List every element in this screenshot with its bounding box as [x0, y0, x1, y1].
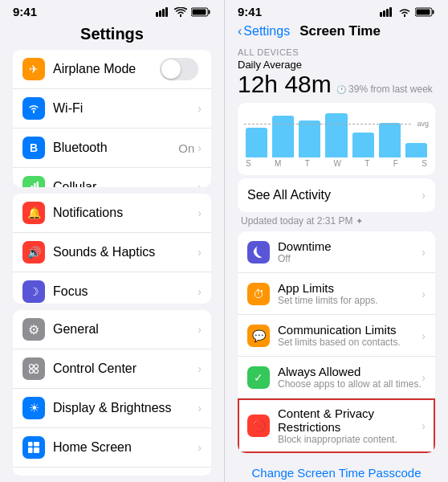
svg-rect-25 — [417, 9, 430, 14]
settings-item-accessibility[interactable]: ♿ Accessibility › — [13, 468, 211, 476]
wifi-settings-icon — [22, 97, 45, 120]
screen-time-item-downtime[interactable]: ⏾ Downtime Off › — [238, 231, 435, 273]
wifi-chevron: › — [198, 102, 202, 115]
bluetooth-icon: B — [22, 137, 45, 159]
svg-point-14 — [35, 370, 39, 374]
home-screen-label: Home Screen — [53, 440, 198, 455]
svg-rect-18 — [34, 447, 39, 453]
left-status-icons — [156, 7, 211, 17]
communication-limits-text: Communication Limits Set limits based on… — [278, 323, 422, 348]
control-center-chevron: › — [198, 362, 202, 375]
r-signal-icon — [380, 7, 394, 17]
right-status-icons — [380, 7, 435, 17]
r-battery-icon — [415, 7, 435, 17]
see-all-row[interactable]: See All Activity › — [238, 178, 435, 212]
screen-time-item-always-allowed[interactable]: ✓ Always Allowed Choose apps to allow at… — [238, 357, 435, 398]
chart-bar — [405, 143, 427, 157]
wifi-label: Wi-Fi — [53, 101, 198, 116]
settings-item-general[interactable]: ⚙ General › — [13, 310, 211, 349]
svg-rect-5 — [209, 10, 210, 14]
all-devices-label: ALL DEVICES — [238, 47, 435, 57]
display-label: Display & Brightness — [53, 401, 198, 415]
left-panel: 9:41 Settings ✈ — [0, 0, 224, 482]
cellular-small-icon — [28, 182, 39, 187]
content-privacy-title: Content & Privacy Restrictions — [278, 406, 422, 434]
cellular-icon — [22, 176, 45, 187]
settings-item-display[interactable]: ☀ Display & Brightness › — [13, 389, 211, 428]
content-privacy-icon: 🚫 — [247, 415, 270, 437]
svg-rect-20 — [383, 10, 385, 17]
svg-rect-22 — [389, 7, 392, 17]
svg-rect-19 — [380, 12, 382, 17]
chart-bar — [272, 116, 294, 157]
spinner-icon: ✦ — [356, 216, 363, 227]
settings-item-home-screen[interactable]: Home Screen › — [13, 428, 211, 468]
right-nav: ‹ Settings Screen Time — [225, 22, 448, 44]
avg-line — [244, 124, 411, 125]
communication-limits-title: Communication Limits — [278, 323, 422, 337]
pct-change: 🕐 39% from last week — [336, 84, 433, 95]
screen-time-item-content-privacy[interactable]: 🚫 Content & Privacy Restrictions Block i… — [238, 398, 435, 453]
app-limits-icon: ⏱ — [247, 283, 270, 305]
general-label: General — [53, 322, 198, 337]
chart-bar — [379, 123, 401, 157]
settings-item-bluetooth[interactable]: B Bluetooth On › — [13, 129, 211, 168]
chart-bar — [325, 113, 347, 157]
screen-time-options-group: ⏾ Downtime Off › ⏱ App Limits Set time l… — [238, 231, 435, 453]
control-center-label: Control Center — [53, 362, 198, 376]
settings-item-airplane-mode[interactable]: ✈ Airplane Mode — [13, 50, 211, 89]
airplane-label: Airplane Mode — [53, 62, 160, 76]
right-content: ALL DEVICES Daily Average 12h 48m 🕐 39% … — [225, 44, 448, 482]
change-passcode-link[interactable]: Change Screen Time Passcode — [238, 460, 435, 482]
back-chevron-icon: ‹ — [238, 24, 242, 39]
avg-label: avg — [417, 120, 429, 128]
settings-item-notifications[interactable]: 🔔 Notifications › — [13, 194, 211, 233]
screen-time-item-app-limits[interactable]: ⏱ App Limits Set time limits for apps. › — [238, 273, 435, 315]
settings-item-wifi[interactable]: Wi-Fi › — [13, 89, 211, 129]
airplane-toggle[interactable] — [160, 58, 198, 80]
svg-rect-9 — [34, 183, 36, 187]
chart-bar — [246, 128, 267, 157]
svg-point-13 — [30, 370, 34, 374]
svg-rect-10 — [37, 182, 39, 187]
settings-item-control-center[interactable]: Control Center › — [13, 349, 211, 389]
display-chevron: › — [198, 402, 202, 415]
app-limits-title: App Limits — [278, 281, 422, 295]
svg-rect-15 — [28, 442, 33, 447]
app-limits-chevron: › — [422, 288, 426, 300]
right-time: 9:41 — [238, 5, 262, 18]
see-all-text: See All Activity — [247, 188, 422, 202]
communication-limits-chevron: › — [422, 329, 426, 342]
chart-day-label: S — [422, 159, 427, 168]
settings-item-cellular[interactable]: Cellular › — [13, 168, 211, 187]
screen-time-item-communication-limits[interactable]: 💬 Communication Limits Set limits based … — [238, 315, 435, 357]
chart-day-label: M — [275, 159, 281, 168]
svg-rect-16 — [34, 442, 39, 447]
sounds-chevron: › — [198, 246, 202, 259]
sounds-icon: 🔊 — [22, 241, 45, 263]
usage-chart: avg SMTWTFS — [238, 103, 435, 175]
general-chevron: › — [198, 323, 202, 336]
settings-item-sounds[interactable]: 🔊 Sounds & Haptics › — [13, 233, 211, 272]
communication-limits-sub: Set limits based on contacts. — [278, 337, 422, 348]
notifications-chevron: › — [198, 206, 202, 219]
always-allowed-sub: Choose apps to allow at all times. — [278, 378, 422, 390]
content-privacy-chevron: › — [422, 419, 426, 432]
settings-item-focus[interactable]: ☽ Focus › — [13, 272, 211, 304]
app-limits-sub: Set time limits for apps. — [278, 295, 422, 306]
wifi-small-icon — [27, 104, 40, 113]
chart-day-labels: SMTWTFS — [244, 157, 429, 168]
time-value: 12h 48m — [238, 71, 332, 98]
settings-group-connectivity: ✈ Airplane Mode Wi-Fi › B Bluetooth On › — [13, 50, 211, 187]
back-label: Settings — [243, 24, 290, 39]
right-status-bar: 9:41 — [225, 0, 448, 22]
svg-rect-3 — [165, 7, 168, 17]
right-page-title: Screen Time — [299, 23, 381, 39]
battery-icon — [191, 7, 211, 17]
grid-icon — [28, 442, 39, 453]
back-button[interactable]: ‹ Settings — [238, 24, 290, 39]
downtime-icon: ⏾ — [247, 241, 270, 263]
always-allowed-text: Always Allowed Choose apps to allow at a… — [278, 365, 422, 390]
chart-day-label: T — [365, 159, 369, 168]
right-panel: 9:41 ‹ Settings Screen Ti — [224, 0, 448, 482]
